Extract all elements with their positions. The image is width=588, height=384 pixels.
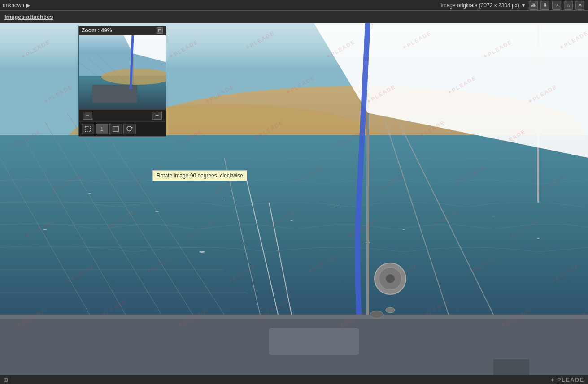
zoom-preview <box>79 35 166 109</box>
zoom-out-button[interactable]: − <box>83 112 92 120</box>
arrow-icon: ▶ <box>26 2 30 9</box>
svg-rect-38 <box>269 328 359 355</box>
svg-point-35 <box>386 274 395 283</box>
pleade-logo: PLEADE <box>557 377 584 383</box>
main-image-area: ✦PLEADE ✦PLEADE ✦PLEADE ✦PLEADE ✦PLEADE … <box>0 23 588 375</box>
image-info: Image originale (3072 x 2304 px) ▼ <box>440 2 526 9</box>
help-button[interactable]: ? <box>552 1 561 10</box>
zoom-select-tool[interactable] <box>82 124 94 134</box>
zoom-panel-header: Zoom : 49% ▢ <box>79 26 166 35</box>
svg-point-11 <box>199 251 205 253</box>
svg-point-37 <box>386 307 395 313</box>
svg-rect-16 <box>0 315 588 319</box>
zoom-close-button[interactable]: ▢ <box>157 27 163 34</box>
close-button[interactable]: ✕ <box>575 1 584 10</box>
breadcrumb[interactable]: Images attachées <box>4 13 53 20</box>
zoom-rotate-button[interactable] <box>123 124 136 134</box>
svg-point-7 <box>290 220 293 221</box>
zoom-fit-button[interactable] <box>109 124 122 134</box>
print-button[interactable]: 🖶 <box>529 1 538 10</box>
svg-rect-40 <box>493 359 529 375</box>
svg-rect-102 <box>113 126 118 132</box>
breadcrumb-bar: Images attachées <box>0 11 588 23</box>
bottom-bar: ⊞ ✦ PLEADE <box>0 375 588 384</box>
svg-point-14 <box>537 238 540 239</box>
svg-point-36 <box>370 311 383 318</box>
download-button[interactable]: ⬇ <box>540 1 549 10</box>
zoom-title: Zoom : 49% <box>82 27 112 34</box>
svg-point-9 <box>402 229 405 230</box>
svg-rect-101 <box>85 126 91 132</box>
svg-point-6 <box>223 198 225 198</box>
zoom-toolbar: 1 <box>79 121 166 136</box>
zoom-in-button[interactable]: + <box>152 112 162 120</box>
pleade-star-icon: ✦ <box>550 376 555 384</box>
svg-point-4 <box>88 193 91 194</box>
zoom-panel: Zoom : 49% ▢ <box>78 26 166 137</box>
zoom-controls-bar: − + <box>79 109 166 121</box>
window-title: unknown <box>3 2 24 9</box>
svg-point-8 <box>334 207 339 207</box>
home-button[interactable]: ⌂ <box>564 1 573 10</box>
expand-icon[interactable]: ⊞ <box>4 377 8 383</box>
top-bar: unknown ▶ Image originale (3072 x 2304 p… <box>0 0 588 11</box>
top-bar-right: Image originale (3072 x 2304 px) ▼ 🖶 ⬇ ?… <box>440 1 588 10</box>
svg-point-10 <box>43 229 47 230</box>
top-bar-left: unknown ▶ <box>0 2 30 9</box>
zoom-1x-button[interactable]: 1 <box>96 124 108 134</box>
svg-point-13 <box>492 216 495 216</box>
